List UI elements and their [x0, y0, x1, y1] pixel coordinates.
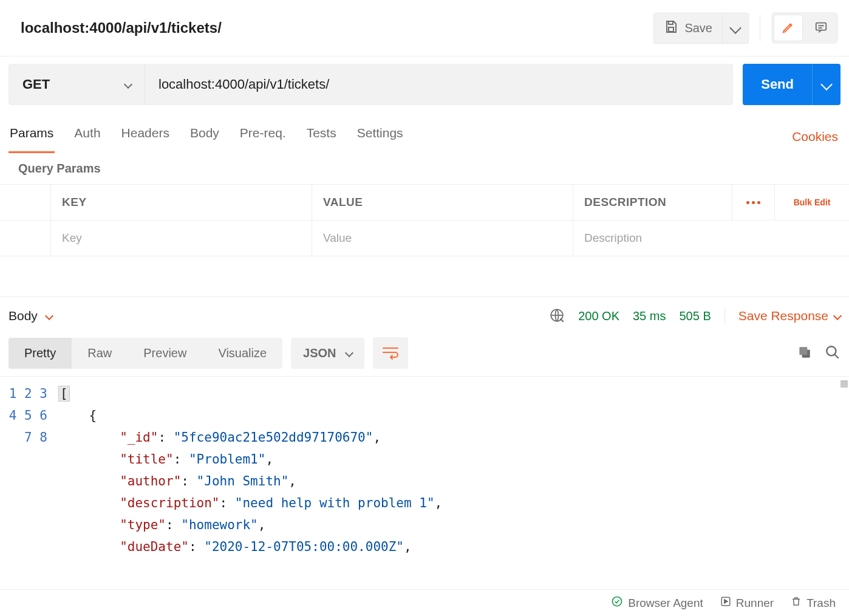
tab-headers[interactable]: Headers: [120, 120, 171, 153]
query-params-heading: Query Params: [0, 153, 849, 184]
trash-button[interactable]: Trash: [791, 596, 836, 610]
more-icon: [746, 201, 760, 204]
check-circle-icon: [611, 595, 623, 611]
columns-options[interactable]: [732, 185, 775, 220]
svg-rect-0: [669, 27, 673, 32]
save-button[interactable]: Save: [653, 13, 723, 44]
chevron-down-icon: [729, 22, 742, 34]
cookies-link[interactable]: Cookies: [792, 129, 840, 144]
chevron-down-icon: [45, 312, 53, 320]
comments-button[interactable]: [806, 15, 836, 41]
trash-icon: [791, 596, 802, 610]
divider: [760, 15, 760, 41]
copy-button[interactable]: [797, 344, 813, 362]
col-key: KEY: [51, 185, 312, 220]
tab-settings[interactable]: Settings: [356, 120, 404, 153]
chevron-down-icon: [820, 78, 833, 91]
agent-status[interactable]: Browser Agent: [611, 595, 703, 611]
chevron-down-icon: [833, 312, 842, 320]
param-key-input[interactable]: [62, 231, 301, 245]
response-format-select[interactable]: JSON: [291, 338, 364, 369]
chevron-down-icon: [124, 80, 132, 89]
tab-prereq[interactable]: Pre-req.: [239, 120, 287, 153]
tab-body[interactable]: Body: [189, 120, 220, 153]
chevron-down-icon: [344, 349, 353, 357]
view-visualize[interactable]: Visualize: [202, 338, 282, 369]
runner-icon: [720, 596, 731, 610]
save-dropdown[interactable]: [723, 13, 749, 44]
line-gutter: 1 2 3 4 5 6 7 8: [0, 377, 58, 616]
svg-point-10: [613, 597, 622, 606]
response-time: 35 ms: [633, 309, 666, 323]
http-method-select[interactable]: GET: [9, 64, 145, 104]
view-preview[interactable]: Preview: [128, 338, 202, 369]
save-icon: [664, 19, 678, 37]
edit-button[interactable]: [774, 15, 803, 41]
save-response-button[interactable]: Save Response: [738, 309, 840, 323]
comment-icon: [814, 21, 828, 36]
col-description: DESCRIPTION: [573, 185, 732, 220]
svg-rect-7: [799, 347, 807, 355]
bulk-edit-link[interactable]: Bulk Edit: [775, 185, 849, 220]
network-icon[interactable]: [549, 307, 565, 325]
response-section-select[interactable]: Body: [9, 309, 52, 323]
divider: [725, 307, 725, 325]
tab-params[interactable]: Params: [9, 120, 55, 153]
response-status: 200 OK: [578, 309, 619, 323]
response-size: 505 B: [679, 309, 711, 323]
wrap-icon: [382, 345, 399, 361]
col-value: VALUE: [312, 185, 573, 220]
send-dropdown[interactable]: [812, 64, 840, 105]
url-input[interactable]: [145, 64, 732, 104]
wrap-lines-button[interactable]: [373, 337, 408, 369]
param-desc-input[interactable]: [584, 231, 721, 245]
param-value-input[interactable]: [323, 231, 562, 245]
svg-line-9: [834, 354, 839, 358]
pencil-icon: [782, 21, 795, 36]
request-title: localhost:4000/api/v1/tickets/: [21, 19, 222, 36]
svg-point-8: [827, 346, 836, 355]
search-button[interactable]: [825, 344, 840, 362]
runner-button[interactable]: Runner: [720, 596, 774, 610]
tab-tests[interactable]: Tests: [305, 120, 338, 153]
response-body[interactable]: [ { "_id": "5fce90ac21e502dd97170670", "…: [58, 377, 849, 616]
svg-rect-1: [816, 22, 827, 30]
view-pretty[interactable]: Pretty: [9, 338, 72, 369]
scrollbar[interactable]: [840, 380, 848, 388]
tab-auth[interactable]: Auth: [73, 120, 101, 153]
view-raw[interactable]: Raw: [72, 338, 128, 369]
send-button[interactable]: Send: [743, 64, 812, 105]
